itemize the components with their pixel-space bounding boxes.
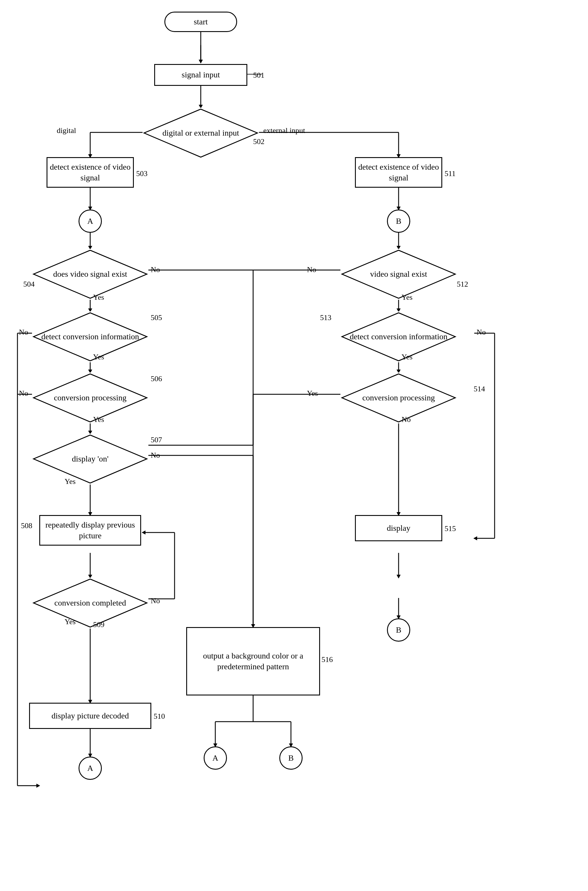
svg-marker-81 — [33, 374, 147, 422]
svg-marker-73 — [199, 60, 203, 63]
ref-504: 504 — [23, 279, 34, 289]
ref-515: 515 — [445, 524, 456, 534]
ref-516: 516 — [321, 655, 333, 664]
no-label-514: No — [402, 415, 411, 424]
detect-conversion-left-shape: detect conversion information — [32, 311, 148, 362]
detect-digital-shape: detect existence of video signal — [46, 157, 134, 188]
detect-external-shape: detect existence of video signal — [355, 157, 442, 188]
yes-label-514: Yes — [307, 388, 318, 398]
svg-marker-83 — [33, 435, 147, 483]
svg-marker-62 — [396, 575, 400, 579]
conversion-completed-shape: conversion completed — [32, 578, 148, 628]
ref-505: 505 — [151, 313, 162, 323]
signal-input-shape: signal input — [154, 64, 247, 86]
yes-label-512: Yes — [402, 292, 412, 302]
detect-digital-label: detect existence of video signal — [47, 162, 133, 183]
yes-label-513: Yes — [402, 352, 412, 362]
connector-b2-shape: B — [387, 618, 410, 642]
connector-b3-shape: B — [279, 746, 303, 770]
connector-a1-shape: A — [78, 210, 102, 233]
signal-input-label: signal input — [182, 69, 220, 80]
display-box-shape: display — [355, 515, 442, 541]
detect-conversion-right-shape: detect conversion information — [340, 311, 457, 362]
yes-label-507: Yes — [64, 477, 76, 486]
conversion-processing-left-shape: conversion processing — [32, 372, 148, 423]
does-video-exist-shape: does video signal exist — [32, 249, 148, 300]
output-background-shape: output a background color or a predeterm… — [186, 627, 320, 696]
no-label-509: No — [151, 596, 160, 606]
ref-513: 513 — [320, 313, 332, 323]
connector-a2-shape: A — [78, 757, 102, 780]
svg-marker-84 — [33, 579, 147, 627]
svg-marker-80 — [342, 313, 455, 361]
display-box-label: display — [387, 523, 411, 533]
no-label-505: No — [19, 327, 28, 337]
yes-label-504: Yes — [93, 292, 104, 302]
connector-b3-label: B — [288, 753, 294, 763]
label-digital: digital — [57, 126, 76, 136]
svg-marker-29 — [36, 784, 40, 788]
svg-marker-78 — [342, 250, 455, 298]
display-picture-shape: display picture decoded — [29, 703, 151, 729]
ref-514: 514 — [474, 384, 485, 394]
display-picture-label: display picture decoded — [51, 711, 129, 721]
svg-marker-77 — [33, 250, 147, 298]
no-label-513: No — [477, 327, 486, 337]
ref-507: 507 — [151, 435, 162, 445]
ref-509: 509 — [93, 620, 105, 630]
display-on-shape: display 'on' — [32, 434, 148, 484]
repeatedly-display-shape: repeatedly display previous picture — [39, 515, 141, 546]
ref-501: 501 — [253, 70, 264, 80]
ref-503: 503 — [136, 169, 147, 178]
video-signal-exist-shape: video signal exist — [340, 249, 457, 300]
svg-marker-56 — [142, 531, 146, 534]
ref-506: 506 — [151, 374, 162, 384]
repeatedly-display-label: repeatedly display previous picture — [40, 520, 140, 541]
svg-marker-35 — [473, 536, 477, 540]
connector-a3-label: A — [212, 753, 218, 763]
no-label-504: No — [151, 265, 160, 275]
no-label-512: No — [307, 265, 316, 275]
connector-a3-shape: A — [204, 746, 227, 770]
flowchart-diagram: start signal input 501 digital or extern… — [0, 0, 588, 891]
connector-a1-label: A — [87, 216, 93, 226]
no-label-506: No — [19, 388, 28, 398]
ref-511: 511 — [445, 169, 456, 178]
svg-marker-79 — [33, 313, 147, 361]
ref-510: 510 — [154, 711, 165, 722]
yes-label-506: Yes — [93, 415, 104, 424]
start-label: start — [194, 16, 208, 27]
yes-label-505: Yes — [93, 352, 104, 362]
conversion-processing-right-shape: conversion processing — [340, 372, 457, 423]
svg-marker-1 — [199, 60, 203, 63]
connector-a2-label: A — [87, 763, 93, 774]
connector-b1-shape: B — [387, 210, 410, 233]
ref-502: 502 — [253, 137, 264, 147]
connector-b1-label: B — [396, 216, 402, 226]
connector-b2-label: B — [396, 625, 402, 635]
label-external: external input — [263, 126, 305, 136]
ref-512: 512 — [457, 279, 468, 289]
yes-label-509: Yes — [64, 617, 76, 627]
svg-marker-76 — [144, 109, 258, 157]
decision-digital-shape: digital or external input — [142, 108, 259, 159]
output-background-label: output a background color or a predeterm… — [187, 651, 319, 672]
start-shape: start — [164, 12, 237, 32]
ref-508: 508 — [21, 521, 32, 531]
svg-marker-82 — [342, 374, 455, 422]
no-label-507: No — [151, 450, 160, 460]
detect-external-label: detect existence of video signal — [356, 162, 441, 183]
